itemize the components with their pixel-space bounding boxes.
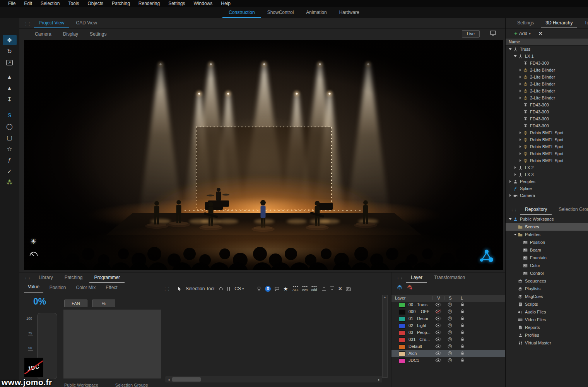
layer-tab-layer[interactable]: Layer — [406, 273, 427, 283]
prog-tab-library[interactable]: Library — [34, 273, 58, 283]
visibility-eye-icon[interactable] — [432, 309, 444, 315]
hierarchy-item-2-lite-blinder[interactable]: 2-Lite Blinder — [506, 67, 588, 74]
solo-icon[interactable]: S — [444, 351, 456, 357]
hierarchy-item-2-lite-blinder[interactable]: 2-Lite Blinder — [506, 80, 588, 87]
repository-item-scripts[interactable]: Scripts — [506, 300, 588, 308]
chevron-right-icon[interactable] — [518, 75, 522, 79]
menu-rendering[interactable]: Rendering — [134, 0, 164, 7]
chevron-right-icon[interactable] — [518, 131, 522, 134]
layer-row-01-decor[interactable]: 01 - DecorS — [391, 315, 505, 322]
repository-item-video-files[interactable]: Video Files — [506, 316, 588, 324]
vector-check-tool[interactable]: ✓ — [3, 166, 17, 176]
chevron-right-icon[interactable] — [508, 194, 512, 197]
hierarchy-item-camera[interactable]: Camera — [506, 192, 588, 199]
layers-merge-icon[interactable] — [407, 285, 412, 291]
chevron-down-icon[interactable] — [508, 217, 512, 221]
repository-item-reports[interactable]: Reports — [506, 324, 588, 331]
view-tab-project-view[interactable]: Project View — [34, 18, 69, 28]
layer-row-default[interactable]: DefaultS — [391, 343, 505, 350]
layer-row-00-truss[interactable]: 00 - TrussS — [391, 301, 505, 308]
filter-evn[interactable]: evn — [302, 286, 308, 292]
scroll-left-icon[interactable]: ◂ — [166, 378, 171, 382]
menu-file[interactable]: File — [4, 0, 20, 7]
status-tab-public-workspace[interactable]: Public Workspace — [64, 383, 98, 387]
repo-tab-selection-groups[interactable]: Selection Groups — [554, 205, 588, 215]
chevron-right-icon[interactable] — [518, 68, 522, 72]
rectangle-tool[interactable]: ▢ — [3, 132, 17, 143]
mode-tab-hardware[interactable]: Hardware — [333, 8, 366, 18]
prog-subtab-effect[interactable]: Effect — [102, 283, 121, 293]
scroll-thumb[interactable] — [172, 377, 201, 382]
scroll-right-icon[interactable]: ▸ — [376, 378, 382, 382]
circle-tool[interactable]: ◯ — [3, 121, 17, 132]
follow-path-icon[interactable] — [219, 286, 223, 291]
star-tool[interactable]: ☆ — [3, 144, 17, 154]
panel-grip-icon[interactable]: ⋮⋮ — [510, 208, 517, 212]
layer-color-swatch[interactable] — [399, 337, 405, 342]
chevron-down-icon[interactable] — [513, 233, 517, 236]
add-button[interactable]: + Add ▾ — [514, 31, 531, 36]
visibility-eye-icon[interactable] — [432, 316, 444, 322]
view-tab-cad-view[interactable]: CAD View — [71, 18, 101, 28]
layer-color-swatch[interactable] — [399, 310, 405, 315]
terrain-raise-tool[interactable]: ▲ — [3, 72, 17, 82]
prog-subtab-value[interactable]: Value — [24, 283, 43, 293]
lock-icon[interactable] — [456, 330, 468, 336]
hierarchy-item-spline[interactable]: Spline — [506, 185, 588, 192]
repo-tab-repository[interactable]: Repository — [520, 205, 552, 215]
encoder-area[interactable] — [63, 310, 161, 378]
hierarchy-item-fd43-300[interactable]: FD43-300 — [506, 115, 588, 122]
repository-item-fountain[interactable]: Fountain — [506, 254, 588, 262]
hierarchy-item-fd43-300[interactable]: FD43-300 — [506, 122, 588, 129]
menu-windows[interactable]: Windows — [190, 0, 217, 7]
hierarchy-item-2-lite-blinder[interactable]: 2-Lite Blinder — [506, 74, 588, 80]
delete-icon[interactable]: ✕ — [538, 31, 543, 36]
solo-icon[interactable]: S — [444, 302, 456, 308]
percent-button[interactable]: % — [92, 300, 115, 307]
hierarchy-item-lx-1[interactable]: LX 1 — [506, 53, 588, 60]
hierarchy-item-robin-bmfl-spot[interactable]: Robin BMFL Spot — [506, 129, 588, 136]
repository-item-beam[interactable]: Beam — [506, 246, 588, 254]
pause-icon[interactable] — [227, 287, 231, 291]
fixture-callout-icon[interactable] — [275, 287, 279, 291]
prog-subtab-position[interactable]: Position — [46, 283, 70, 293]
repository-item-public-workspace[interactable]: Public Workspace — [506, 215, 588, 223]
hierarchy-item-lx-3[interactable]: LX 3 — [506, 171, 588, 178]
chevron-right-icon[interactable] — [508, 180, 512, 183]
horizontal-scrollbar[interactable]: ◂ ▸ — [166, 377, 382, 382]
chevron-right-icon[interactable] — [518, 152, 522, 155]
layer-row-jdc1[interactable]: JDC1S — [391, 357, 505, 364]
repository-item-sequences[interactable]: Sequences — [506, 277, 588, 285]
layer-row-000-off[interactable]: 000 -- OFFS — [391, 308, 505, 315]
pivot-gizmo-icon[interactable] — [478, 248, 495, 265]
repository-item-scenes[interactable]: Scenes — [506, 223, 588, 231]
hierarchy-item-fd43-300[interactable]: FD43-300 — [506, 101, 588, 108]
solo-icon[interactable]: S — [444, 344, 456, 350]
panel-grip-icon[interactable]: ⋮⋮ — [24, 22, 31, 26]
chevron-right-icon[interactable] — [518, 159, 522, 162]
brightness-icon[interactable]: ☀ — [30, 237, 36, 246]
visibility-eye-icon[interactable] — [432, 330, 444, 336]
lock-icon[interactable] — [456, 358, 468, 363]
solo-icon[interactable]: S — [444, 323, 456, 329]
repository-item-position[interactable]: Position — [506, 238, 588, 246]
visibility-eye-icon[interactable] — [432, 351, 444, 356]
hierarchy-item-robin-bmfl-spot[interactable]: Robin BMFL Spot — [506, 150, 588, 157]
panel-tab-tool[interactable]: Tool — [579, 18, 588, 28]
layer-color-swatch[interactable] — [399, 317, 405, 322]
layers-stack-icon[interactable] — [397, 285, 402, 291]
hierarchy-item-robin-bmfl-spot[interactable]: Robin BMFL Spot — [506, 143, 588, 150]
export-view-tool[interactable]: ↗ — [3, 57, 17, 68]
hierarchy-item-peoples[interactable]: Peoples — [506, 178, 588, 185]
layer-color-swatch[interactable] — [399, 303, 405, 308]
chevron-right-icon[interactable] — [518, 89, 522, 92]
snapshot-icon[interactable] — [346, 287, 351, 291]
render-mode-icon[interactable]: R — [265, 286, 271, 292]
chevron-right-icon[interactable] — [518, 96, 522, 99]
orbit-tool[interactable]: ↻ — [3, 46, 17, 57]
favorites-icon[interactable]: ★ — [283, 286, 288, 292]
select-top-icon[interactable] — [322, 286, 326, 291]
menu-objects[interactable]: Objects — [83, 0, 108, 7]
repository-item-msgcues[interactable]: MsgCues — [506, 293, 588, 300]
lock-icon[interactable] — [456, 309, 468, 315]
